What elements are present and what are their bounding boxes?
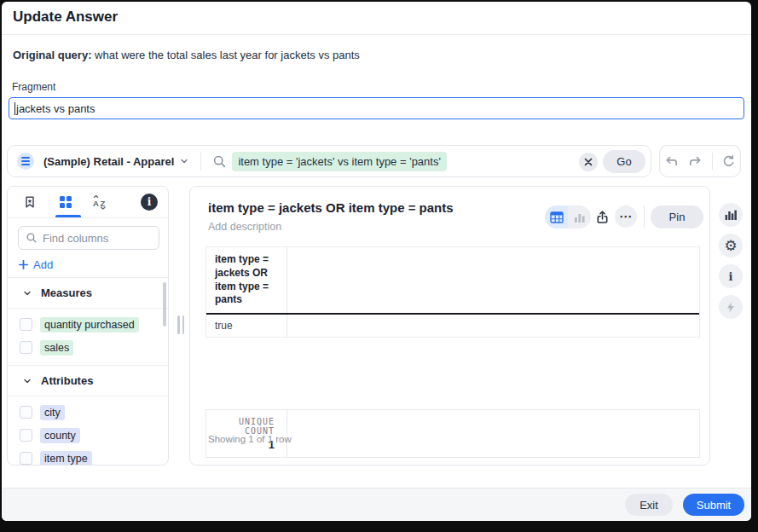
datasource-icon[interactable] — [17, 153, 34, 170]
chart-view-button[interactable] — [568, 205, 591, 228]
table-body-empty — [205, 338, 700, 409]
change-visualization-button[interactable] — [719, 203, 743, 227]
sidebar-tabs: A Z i — [8, 187, 168, 218]
reset-button[interactable] — [720, 152, 738, 171]
add-column-button[interactable]: Add — [19, 258, 53, 271]
bookmark-icon — [23, 195, 37, 209]
summary-empty-area — [287, 410, 699, 457]
list-item[interactable]: county — [8, 424, 168, 447]
redo-icon — [688, 154, 703, 169]
checkbox[interactable] — [20, 452, 32, 465]
column-chip[interactable]: quantity purchased — [40, 317, 139, 332]
row-empty-area — [287, 315, 699, 337]
table-view-button[interactable] — [545, 205, 568, 228]
dialog-footer: Exit Submit — [2, 488, 751, 521]
summary-label: UNIQUE COUNT — [206, 417, 275, 436]
chevron-down-icon — [22, 288, 32, 298]
section-measures[interactable]: Measures — [8, 277, 168, 309]
chevron-down-icon — [179, 156, 189, 166]
original-query-text: what were the total sales last year for … — [95, 49, 360, 61]
answer-title: item type = jackets OR item type = pants — [208, 200, 454, 215]
grid-icon — [60, 196, 72, 208]
undo-button[interactable] — [663, 152, 681, 171]
section-label: Measures — [41, 286, 92, 299]
answer-panel: item type = jackets OR item type = pants… — [189, 186, 710, 466]
go-button[interactable]: Go — [603, 150, 645, 173]
column-chip[interactable]: sales — [40, 340, 73, 356]
checkbox[interactable] — [20, 318, 32, 331]
tab-bookmarks[interactable] — [19, 191, 41, 213]
active-tab-underline — [55, 215, 81, 217]
info-icon: i — [729, 270, 733, 283]
info-icon[interactable]: i — [141, 194, 158, 211]
details-button[interactable]: i — [719, 264, 743, 288]
list-item[interactable]: quantity purchased — [8, 313, 168, 336]
history-controls — [659, 145, 741, 177]
original-query-label: Original query: — [13, 49, 91, 61]
row-count-status: Showing 1 of 1 row — [208, 434, 292, 444]
submit-button[interactable]: Submit — [683, 494, 744, 516]
add-label: Add — [33, 258, 53, 271]
datasource-selector[interactable]: (Sample) Retail - Apparel — [43, 155, 189, 168]
answer-toolbar: ⚙ i — [719, 203, 743, 319]
clear-search-button[interactable] — [579, 153, 598, 171]
share-button[interactable] — [591, 205, 613, 228]
header-empty-area — [287, 247, 699, 313]
measures-items: quantity purchased sales — [8, 309, 168, 365]
table-header-row: item type = jackets OR item type = pants — [206, 247, 699, 315]
find-columns-input[interactable] — [43, 232, 136, 245]
table-cell[interactable]: true — [206, 315, 287, 337]
checkbox[interactable] — [20, 341, 32, 354]
reset-icon — [721, 154, 736, 169]
table-view-icon — [550, 211, 564, 223]
list-item[interactable]: city — [8, 401, 168, 424]
fragment-value: jackets vs pants — [16, 102, 95, 115]
divider — [200, 152, 201, 171]
plus-icon — [19, 260, 28, 269]
datasource-name: (Sample) Retail - Apparel — [43, 155, 174, 168]
section-attributes[interactable]: Attributes — [8, 365, 168, 396]
page-title: Update Answer — [13, 9, 118, 26]
text-caret — [14, 102, 15, 115]
tab-sort-az[interactable]: A Z — [89, 191, 111, 213]
redo-button[interactable] — [686, 152, 705, 171]
dialog-header: Update Answer — [2, 2, 751, 35]
exit-button[interactable]: Exit — [625, 494, 673, 516]
undo-icon — [664, 154, 679, 169]
more-menu-button[interactable]: ⋯ — [615, 205, 637, 228]
sidebar-scrollbar[interactable] — [163, 282, 166, 327]
result-table: item type = jackets OR item type = pants… — [205, 246, 700, 458]
table-row[interactable]: true — [206, 315, 699, 337]
panel-resize-handle[interactable] — [177, 315, 184, 334]
column-chip[interactable]: city — [40, 405, 65, 420]
svg-text:Z: Z — [101, 199, 106, 208]
tab-columns[interactable] — [55, 191, 77, 213]
gear-icon: ⚙ — [724, 239, 737, 253]
settings-button[interactable]: ⚙ — [719, 234, 743, 257]
fragment-input[interactable]: jackets vs pants — [9, 97, 744, 119]
column-chip[interactable]: item type — [40, 451, 92, 466]
search-icon — [212, 154, 227, 169]
update-answer-dialog: Update Answer Original query: what were … — [2, 2, 751, 521]
checkbox[interactable] — [20, 406, 32, 419]
view-toggle — [545, 205, 591, 228]
attributes-items: city county item type — [8, 396, 168, 466]
columns-list: Measures quantity purchased sales Attrib… — [8, 277, 168, 466]
chevron-down-icon — [22, 376, 32, 386]
columns-sidebar: A Z i Add Measures qua — [7, 186, 169, 466]
pin-button[interactable]: Pin — [651, 205, 703, 228]
column-header[interactable]: item type = jackets OR item type = pants — [206, 247, 287, 313]
add-description[interactable]: Add description — [208, 221, 281, 233]
insights-button[interactable] — [719, 295, 743, 319]
find-columns-box — [18, 226, 159, 250]
checkbox[interactable] — [20, 429, 32, 442]
list-item[interactable]: sales — [8, 336, 168, 359]
lightning-icon — [725, 301, 737, 314]
search-bar: (Sample) Retail - Apparel item type = 'j… — [7, 145, 651, 177]
list-item[interactable]: item type — [8, 447, 168, 466]
chart-icon — [724, 208, 738, 222]
chart-view-icon — [573, 211, 587, 223]
search-query-chip[interactable]: item type = 'jackets' vs item type = 'pa… — [232, 152, 447, 171]
original-query: Original query: what were the total sale… — [13, 49, 360, 61]
column-chip[interactable]: county — [40, 428, 80, 443]
